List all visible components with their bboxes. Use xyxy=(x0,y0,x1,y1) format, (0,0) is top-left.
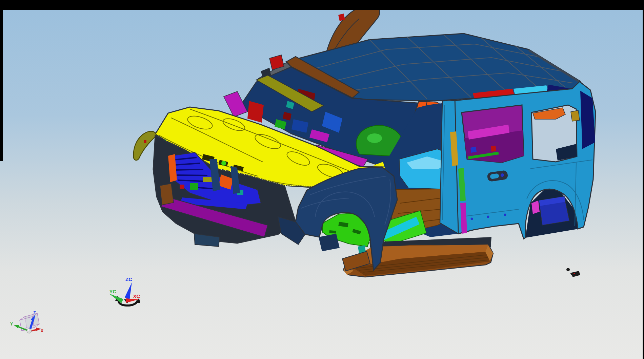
left-quarter-trim-magenta[interactable] xyxy=(224,91,247,117)
abs-x-head[interactable] xyxy=(36,328,41,331)
trim-red-bit[interactable] xyxy=(491,146,496,152)
front-red-bit[interactable] xyxy=(180,185,184,189)
wcs-y-axis-cone[interactable] xyxy=(109,294,123,303)
window-top-bar xyxy=(0,0,644,10)
horn-red-bracket[interactable] xyxy=(338,14,345,21)
dash-hump-highlight xyxy=(367,133,382,143)
fender-lower-dark[interactable] xyxy=(319,234,340,251)
quarter-window-olive-tab[interactable] xyxy=(571,110,580,121)
wcs-z-axis-cone[interactable] xyxy=(125,282,132,300)
wcs-triad[interactable]: ZC YC XC xyxy=(109,276,140,305)
window-left-edge xyxy=(0,10,3,161)
model-canvas[interactable]: ZC YC XC xyxy=(0,10,644,359)
front-olive-bit[interactable] xyxy=(203,177,213,182)
front-brown-piece[interactable] xyxy=(160,184,174,205)
graphics-viewport[interactable]: ZC YC XC xyxy=(0,10,644,359)
absolute-triad[interactable]: Z Y X xyxy=(10,311,43,333)
wcs-x-label: XC xyxy=(133,293,140,299)
fender-tip-olive[interactable] xyxy=(134,131,157,160)
debris-slab[interactable] xyxy=(570,271,580,277)
tip-red-dot xyxy=(144,140,146,143)
abs-origin-sphere[interactable] xyxy=(27,329,32,333)
abs-y-head[interactable] xyxy=(14,325,19,328)
debris-dot[interactable] xyxy=(566,268,570,271)
abs-sphere-highlight xyxy=(28,329,29,331)
abs-z-label: Z xyxy=(33,311,36,315)
front-lime-dot xyxy=(221,161,226,166)
trim-blue-bit[interactable] xyxy=(470,147,477,153)
debris-red-dot xyxy=(573,273,575,274)
wcs-y-label: YC xyxy=(109,289,117,294)
window-right-edge xyxy=(643,10,644,359)
cad-application-window: ZC YC XC xyxy=(0,0,644,359)
front-green-bit[interactable] xyxy=(190,183,198,190)
abs-x-label: X xyxy=(41,329,43,333)
floating-debris-parts[interactable] xyxy=(566,268,580,277)
wcs-z-label: ZC xyxy=(125,276,132,282)
abs-y-label: Y xyxy=(10,322,13,326)
